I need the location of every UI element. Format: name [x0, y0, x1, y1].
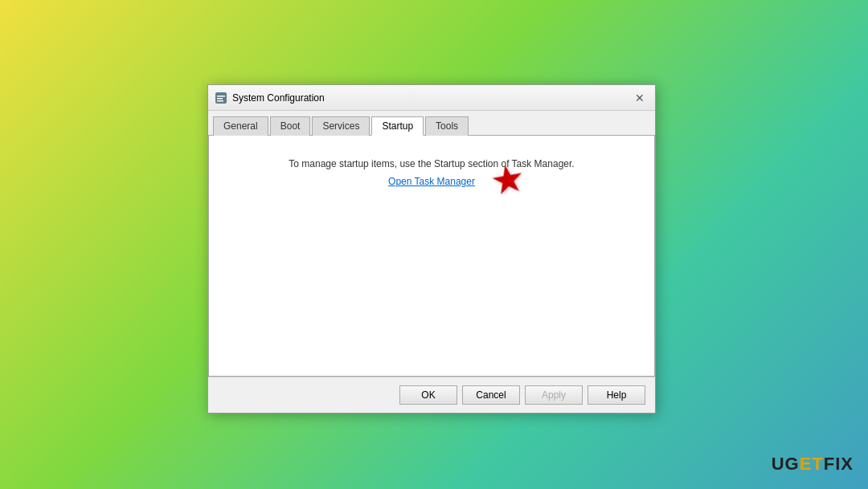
apply-button[interactable]: Apply	[525, 385, 583, 405]
svg-rect-3	[217, 100, 223, 102]
window-title: System Configuration	[232, 92, 631, 104]
help-button[interactable]: Help	[588, 385, 645, 405]
cancel-button[interactable]: Cancel	[462, 385, 520, 405]
tab-bar: General Boot Services Startup Tools	[208, 111, 655, 136]
svg-rect-1	[217, 96, 225, 97]
tab-tools[interactable]: Tools	[425, 116, 469, 136]
ok-button[interactable]: OK	[399, 385, 457, 405]
close-button[interactable]: ✕	[631, 89, 649, 107]
title-bar: System Configuration ✕	[208, 85, 655, 111]
tab-general[interactable]: General	[213, 116, 268, 136]
tab-services[interactable]: Services	[312, 116, 370, 136]
startup-description: To manage startup items, use the Startup…	[289, 158, 574, 169]
open-task-manager-link[interactable]: Open Task Manager	[388, 176, 475, 187]
tab-content: To manage startup items, use the Startup…	[208, 136, 655, 377]
window-icon	[215, 92, 227, 104]
watermark: UGETFIX	[772, 454, 854, 475]
system-configuration-dialog: System Configuration ✕ General Boot Serv…	[207, 84, 656, 414]
svg-rect-2	[217, 98, 223, 100]
tab-boot[interactable]: Boot	[270, 116, 311, 136]
tab-startup[interactable]: Startup	[371, 116, 424, 136]
window-controls: ✕	[631, 89, 649, 107]
dialog-buttons: OK Cancel Apply Help	[208, 377, 655, 413]
